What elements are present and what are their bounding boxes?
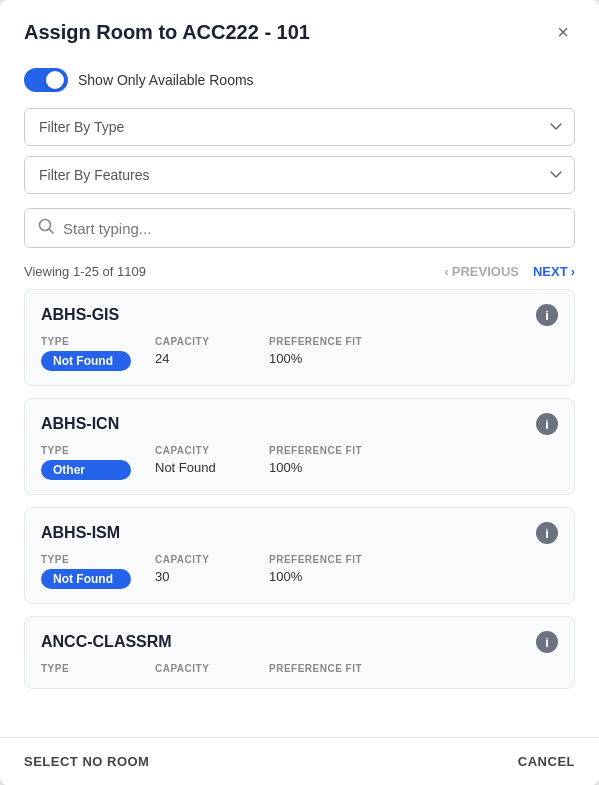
chevron-right-icon: › (571, 264, 575, 279)
info-icon[interactable]: i (536, 631, 558, 653)
select-no-room-button[interactable]: SELECT NO ROOM (24, 754, 149, 769)
filter-type-row: Filter By Type (24, 108, 575, 146)
room-name: ABHS-ISM (41, 524, 120, 542)
room-name: ABHS-GIS (41, 306, 119, 324)
room-card-header: ABHS-ISM i (41, 522, 558, 544)
room-card[interactable]: ABHS-ICN i TYPE Other CAPACITY Not Found… (24, 398, 575, 495)
preference-col: PREFERENCE FIT 100% (269, 554, 362, 584)
preference-value: 100% (269, 569, 362, 584)
capacity-label: CAPACITY (155, 554, 245, 565)
viewing-row: Viewing 1-25 of 1109 ‹ PREVIOUS NEXT › (24, 258, 575, 289)
room-name: ABHS-ICN (41, 415, 119, 433)
cancel-button[interactable]: CANCEL (518, 754, 575, 769)
type-badge: Not Found (41, 351, 131, 371)
info-icon[interactable]: i (536, 522, 558, 544)
capacity-label: CAPACITY (155, 445, 245, 456)
preference-col: PREFERENCE FIT (269, 663, 362, 674)
toggle-label: Show Only Available Rooms (78, 72, 254, 88)
capacity-value: Not Found (155, 460, 245, 475)
modal-footer: SELECT NO ROOM CANCEL (0, 737, 599, 785)
info-icon[interactable]: i (536, 413, 558, 435)
capacity-col: CAPACITY 30 (155, 554, 245, 584)
room-card[interactable]: ANCC-CLASSRM i TYPE CAPACITY PREFERENCE … (24, 616, 575, 689)
capacity-label: CAPACITY (155, 663, 245, 674)
type-badge: Not Found (41, 569, 131, 589)
preference-col: PREFERENCE FIT 100% (269, 336, 362, 366)
room-details: TYPE Not Found CAPACITY 30 PREFERENCE FI… (41, 554, 558, 589)
viewing-count: Viewing 1-25 of 1109 (24, 264, 146, 279)
info-icon[interactable]: i (536, 304, 558, 326)
preference-label: PREFERENCE FIT (269, 336, 362, 347)
type-badge: Other (41, 460, 131, 480)
modal-title: Assign Room to ACC222 - 101 (24, 21, 310, 44)
preference-col: PREFERENCE FIT 100% (269, 445, 362, 475)
room-card-header: ABHS-ICN i (41, 413, 558, 435)
room-card[interactable]: ABHS-ISM i TYPE Not Found CAPACITY 30 PR… (24, 507, 575, 604)
capacity-col: CAPACITY 24 (155, 336, 245, 366)
room-card-header: ABHS-GIS i (41, 304, 558, 326)
toggle-row: Show Only Available Rooms (24, 56, 575, 108)
room-card[interactable]: ABHS-GIS i TYPE Not Found CAPACITY 24 PR… (24, 289, 575, 386)
assign-room-modal: Assign Room to ACC222 - 101 × Show Only … (0, 0, 599, 785)
type-col: TYPE Other (41, 445, 131, 480)
capacity-col: CAPACITY Not Found (155, 445, 245, 475)
room-list: ABHS-GIS i TYPE Not Found CAPACITY 24 PR… (24, 289, 575, 689)
preference-label: PREFERENCE FIT (269, 663, 362, 674)
type-col: TYPE Not Found (41, 554, 131, 589)
capacity-label: CAPACITY (155, 336, 245, 347)
preference-value: 100% (269, 351, 362, 366)
next-button[interactable]: NEXT › (533, 264, 575, 279)
modal-header: Assign Room to ACC222 - 101 × (0, 0, 599, 56)
capacity-value: 30 (155, 569, 245, 584)
filter-features-row: Filter By Features (24, 156, 575, 194)
toggle-thumb (46, 71, 64, 89)
svg-line-1 (50, 230, 54, 234)
svg-point-0 (40, 220, 51, 231)
close-button[interactable]: × (551, 20, 575, 44)
preference-value: 100% (269, 460, 362, 475)
preference-label: PREFERENCE FIT (269, 554, 362, 565)
chevron-left-icon: ‹ (444, 264, 448, 279)
room-card-header: ANCC-CLASSRM i (41, 631, 558, 653)
search-row (24, 208, 575, 248)
available-rooms-toggle[interactable] (24, 68, 68, 92)
type-col: TYPE (41, 663, 131, 674)
previous-button[interactable]: ‹ PREVIOUS (444, 264, 519, 279)
filter-features-select[interactable]: Filter By Features (24, 156, 575, 194)
room-name: ANCC-CLASSRM (41, 633, 172, 651)
room-details: TYPE Other CAPACITY Not Found PREFERENCE… (41, 445, 558, 480)
type-col: TYPE Not Found (41, 336, 131, 371)
type-label: TYPE (41, 336, 131, 347)
type-label: TYPE (41, 445, 131, 456)
filter-type-select[interactable]: Filter By Type (24, 108, 575, 146)
preference-label: PREFERENCE FIT (269, 445, 362, 456)
type-label: TYPE (41, 554, 131, 565)
search-input[interactable] (63, 220, 562, 237)
room-details: TYPE CAPACITY PREFERENCE FIT (41, 663, 558, 674)
modal-body: Show Only Available Rooms Filter By Type… (0, 56, 599, 737)
capacity-value: 24 (155, 351, 245, 366)
pagination: ‹ PREVIOUS NEXT › (444, 264, 575, 279)
search-icon (37, 217, 55, 239)
capacity-col: CAPACITY (155, 663, 245, 674)
type-label: TYPE (41, 663, 131, 674)
room-details: TYPE Not Found CAPACITY 24 PREFERENCE FI… (41, 336, 558, 371)
toggle-track[interactable] (24, 68, 68, 92)
